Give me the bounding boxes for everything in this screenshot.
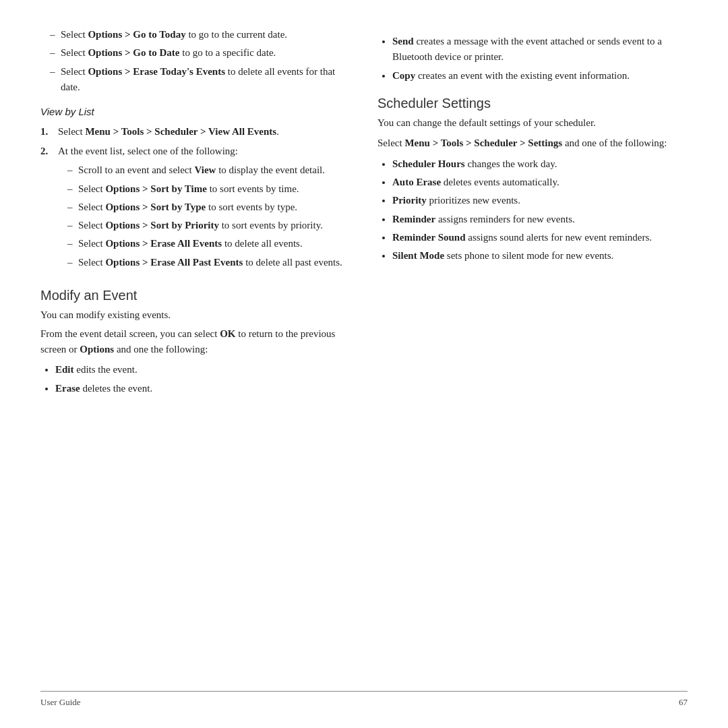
- dash-item: Select Options > Erase All Events to del…: [78, 236, 351, 251]
- bullet-item: Copy creates an event with the existing …: [392, 68, 688, 84]
- bullet-item: Edit edits the event.: [55, 362, 351, 377]
- page: Select Options > Go to Today to go to th…: [0, 0, 728, 728]
- footer: User Guide 67: [40, 691, 688, 708]
- modify-p2: From the event detail screen, you can se…: [40, 326, 351, 357]
- dash-item: Select Options > Sort by Type to sort ev…: [78, 200, 351, 215]
- sub-dash-list: Scroll to an event and select View to di…: [58, 162, 351, 270]
- bullet-item: Silent Mode sets phone to silent mode fo…: [392, 248, 688, 264]
- bullet-item: Priority prioritizes new events.: [392, 193, 688, 208]
- bullet-item: Reminder assigns reminders for new event…: [392, 212, 688, 227]
- bullet-item: Auto Erase deletes events automatically.: [392, 175, 688, 190]
- right-column: Send creates a message with the event at…: [377, 27, 688, 684]
- item-number: 1.: [40, 124, 53, 140]
- numbered-item: 2.At the event list, select one of the f…: [40, 144, 351, 276]
- dash-item: Select Options > Sort by Time to sort ev…: [78, 181, 351, 197]
- scheduler-bullets: Scheduler Hours changes the work day.Aut…: [377, 156, 688, 264]
- numbered-item: 1.Select Menu > Tools > Scheduler > View…: [40, 124, 351, 140]
- intro-text: At the event list, select one of the fol…: [58, 144, 351, 159]
- bullet-item: Erase deletes the event.: [55, 381, 351, 396]
- bullet-item: Send creates a message with the event at…: [392, 34, 688, 65]
- item-content: At the event list, select one of the fol…: [58, 144, 351, 276]
- scheduler-settings-heading: Scheduler Settings: [377, 96, 688, 111]
- dash-item: Select Options > Go to Date to go to a s…: [61, 45, 351, 61]
- scheduler-p1: You can change the default settings of y…: [377, 115, 688, 131]
- modify-heading: Modify an Event: [40, 288, 351, 303]
- content-area: Select Options > Go to Today to go to th…: [40, 27, 688, 684]
- numbered-list: 1.Select Menu > Tools > Scheduler > View…: [40, 124, 351, 276]
- view-by-list-label: View by List: [40, 104, 351, 120]
- dash-item: Select Options > Go to Today to go to th…: [61, 27, 351, 42]
- modify-p1: You can modify existing events.: [40, 307, 351, 323]
- dash-item: Select Options > Sort by Priority to sor…: [78, 218, 351, 233]
- item-number: 2.: [40, 144, 53, 276]
- bullet-item: Scheduler Hours changes the work day.: [392, 156, 688, 172]
- dash-item: Select Options > Erase Today's Events to…: [61, 64, 351, 96]
- scheduler-p2: Select Menu > Tools > Scheduler > Settin…: [377, 135, 688, 151]
- left-column: Select Options > Go to Today to go to th…: [40, 27, 351, 684]
- footer-left: User Guide: [40, 697, 81, 708]
- dash-item: Scroll to an event and select View to di…: [78, 162, 351, 178]
- right-top-bullets: Send creates a message with the event at…: [377, 34, 688, 84]
- bullet-item: Reminder Sound assigns sound alerts for …: [392, 230, 688, 245]
- footer-right: 67: [679, 697, 688, 708]
- modify-bullets: Edit edits the event.Erase deletes the e…: [40, 362, 351, 396]
- top-dash-list: Select Options > Go to Today to go to th…: [40, 27, 351, 95]
- dash-item: Select Options > Erase All Past Events t…: [78, 255, 351, 270]
- item-content: Select Menu > Tools > Scheduler > View A…: [58, 124, 351, 140]
